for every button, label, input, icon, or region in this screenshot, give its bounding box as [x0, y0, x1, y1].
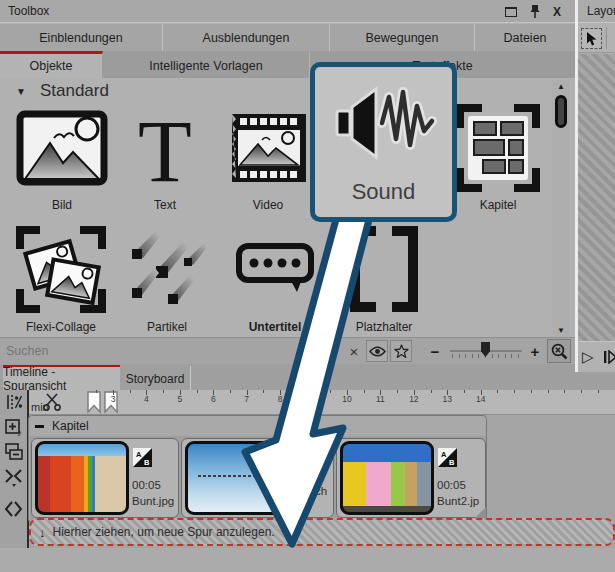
clip-duration: 00:05 — [437, 479, 466, 491]
toolbox-tab-row-2: Objekte Intelligente Vorlagen Texteffekt… — [0, 51, 575, 78]
collapse-tracks-button[interactable] — [2, 466, 25, 488]
expand-tracks-button[interactable] — [2, 498, 25, 520]
timeline-ruler[interactable]: min 34567891011121314 — [29, 390, 615, 415]
svg-text:A: A — [441, 450, 447, 459]
new-track-drop-zone[interactable]: ↓ Hierher ziehen, um neue Spur anzulegen… — [29, 518, 615, 546]
tool-item-flexi-collage[interactable]: Flexi-Collage — [6, 220, 116, 334]
tab-objekte[interactable]: Objekte — [0, 51, 103, 78]
ruler-number: 12 — [409, 394, 418, 404]
scrollbar-thumb[interactable] — [555, 95, 567, 128]
pin-icon[interactable] — [530, 4, 540, 19]
ruler-tick — [96, 390, 97, 393]
toolbox-scrollbar[interactable]: ▲ ▼ — [552, 80, 570, 337]
drag-tile-label: Sound — [352, 179, 416, 205]
tab-intelligente-vorlagen[interactable]: Intelligente Vorlagen — [103, 51, 310, 78]
ruler-tick — [263, 390, 264, 393]
favorites-filter-button[interactable] — [390, 340, 412, 362]
chapter-label: Kapitel — [52, 419, 89, 433]
ruler-tick — [197, 390, 198, 393]
collapse-triangle-icon: ▼ — [16, 86, 26, 97]
tab-ausblendungen[interactable]: Ausblendungen — [163, 24, 330, 51]
tab-bewegungen[interactable]: Bewegungen — [330, 24, 475, 51]
timeline-clip-bunt[interactable]: A B 00:05 Bunt.jpg — [31, 438, 179, 518]
tab-divider — [190, 366, 191, 390]
timeline-clip-sky[interactable]: ch — [181, 438, 334, 518]
layout-canvas-hatched[interactable] — [578, 54, 615, 341]
plus-icon: + — [531, 343, 540, 360]
app-window: Toolbox X Einblendungen Ausblendungen Be… — [0, 0, 615, 572]
search-input[interactable] — [0, 338, 338, 364]
toolbox-titlebar: Toolbox X — [0, 0, 575, 23]
add-track-button[interactable]: ♪ — [2, 416, 25, 438]
layout-toolbar — [578, 22, 615, 53]
clip-thumbnail — [185, 441, 287, 515]
transition-ab-badge[interactable]: A B — [438, 448, 457, 467]
collage-icon — [6, 220, 116, 317]
svg-text:T: T — [138, 105, 192, 191]
clear-x-icon: × — [350, 343, 359, 360]
chapter-container[interactable]: Kapitel A B 00:05 Bunt.jpg ch — [28, 415, 487, 523]
skip-icon[interactable] — [604, 350, 615, 364]
tab-storyboard[interactable]: Storyboard — [120, 365, 190, 391]
window-controls: X — [505, 0, 561, 23]
play-icon[interactable]: ▷ — [582, 348, 594, 366]
tool-item-text[interactable]: T Text — [113, 100, 217, 212]
ruler-tick — [163, 390, 164, 393]
down-arrow-icon: ↓ — [39, 525, 46, 540]
ruler-tick — [297, 390, 298, 393]
ruler-number: 3 — [111, 394, 116, 404]
zoom-in-button[interactable]: + — [524, 340, 546, 362]
add-track-icon: ♪ — [4, 417, 24, 437]
ruler-number: 14 — [476, 394, 485, 404]
ruler-number: 8 — [278, 394, 283, 404]
panel-title: Toolbox — [8, 4, 49, 18]
chapter-header: Kapitel — [29, 416, 486, 436]
tool-item-partikel[interactable]: Partikel — [114, 220, 220, 334]
timeline-clip-bunt2[interactable]: A B 00:05 Bunt2.jp — [336, 438, 486, 518]
section-header-standard[interactable]: ▼ Standard — [0, 80, 545, 102]
timeline-left-toolbar: ♪ — [0, 390, 27, 572]
ruler-tick — [598, 390, 599, 393]
track-scale-button[interactable] — [2, 391, 25, 413]
svg-text:A: A — [136, 450, 142, 459]
close-icon[interactable]: X — [553, 6, 561, 18]
dragged-sound-tile[interactable]: Sound — [310, 62, 457, 222]
drop-hint-text: Hierher ziehen, um neue Spur anzulegen. — [53, 525, 275, 539]
scroll-down-icon[interactable]: ▼ — [552, 326, 570, 335]
zoom-out-button[interactable]: − — [424, 340, 446, 362]
tab-timeline-spuransicht[interactable]: Timeline - Spuransicht — [3, 365, 120, 391]
thumbnail-size-slider[interactable] — [450, 338, 522, 365]
ruler-tick — [330, 390, 331, 393]
visibility-filter-button[interactable] — [366, 340, 388, 362]
ruler-tick — [497, 390, 498, 393]
sound-speaker-icon — [331, 67, 437, 179]
maximize-icon[interactable] — [505, 7, 517, 17]
tool-item-kapitel[interactable]: Kapitel — [443, 100, 553, 212]
tab-einblendungen[interactable]: Einblendungen — [0, 24, 163, 51]
svg-text:♪: ♪ — [17, 427, 22, 437]
clip-duration: 00:05 — [132, 479, 161, 491]
zoom-reset-button[interactable] — [547, 339, 571, 363]
transition-ab-badge[interactable]: A B — [133, 448, 152, 467]
tool-item-platzhalter[interactable]: Platzhalter — [330, 220, 438, 334]
clip-filename-fragment: ch — [315, 485, 327, 497]
ruler-tick — [514, 390, 515, 393]
scissors-icon — [43, 392, 63, 412]
scroll-up-icon[interactable]: ▲ — [552, 82, 570, 91]
clip-thumbnail — [35, 441, 129, 515]
tool-item-untertitel[interactable]: Untertitel — [222, 220, 328, 334]
timeline-panel: Timeline - Spuransicht Storyboard — [0, 364, 615, 572]
tool-item-bild[interactable]: Bild — [10, 100, 114, 212]
ruler-number: 13 — [443, 394, 452, 404]
layout-panel-title: Layou — [587, 4, 615, 18]
clip-thumbnail — [340, 441, 434, 515]
remove-track-button[interactable] — [2, 440, 25, 462]
ruler-number: 5 — [177, 394, 182, 404]
collapse-chapter-button[interactable] — [34, 421, 44, 431]
clear-search-button[interactable]: × — [343, 340, 365, 362]
select-tool-button[interactable] — [581, 28, 602, 49]
ruler-tick — [548, 390, 549, 393]
tool-item-video[interactable]: Video — [216, 100, 320, 212]
placeholder-brackets-icon — [330, 220, 438, 317]
tab-dateien[interactable]: Dateien — [475, 24, 575, 51]
